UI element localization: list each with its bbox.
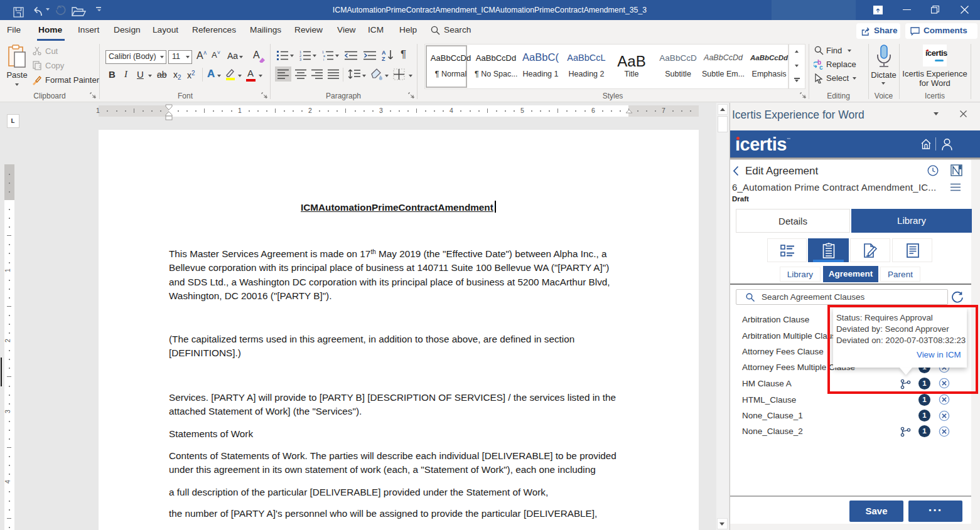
svg-text:c: c [819,64,823,70]
svg-text:Z: Z [382,56,385,61]
svg-text:3: 3 [299,58,301,61]
svg-text:i: i [323,58,324,61]
svg-text:A: A [382,50,386,56]
